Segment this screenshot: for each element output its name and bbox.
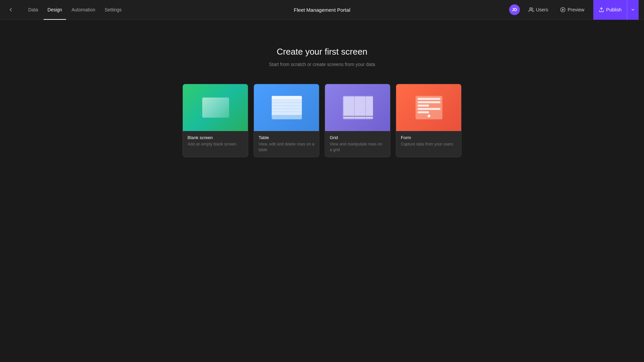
grid-cell [366, 97, 373, 116]
table-thumb-row [272, 106, 302, 109]
card-blank-description: Add an empty blank screen [187, 141, 243, 147]
back-button[interactable] [5, 4, 16, 15]
card-grid[interactable]: Grid View and manipulate rows on a grid [325, 84, 390, 157]
users-button[interactable]: Users [525, 5, 552, 14]
form-line [418, 98, 440, 100]
grid-cell [355, 97, 365, 116]
card-grid-name: Grid [330, 135, 385, 140]
table-thumb-row [272, 103, 302, 106]
users-icon [529, 7, 534, 12]
card-blank-thumbnail [183, 84, 248, 131]
grid-cell [343, 117, 354, 118]
card-form-thumbnail [396, 84, 462, 131]
preview-button[interactable]: Preview [557, 5, 588, 14]
card-grid-description: View and manipulate rows on a grid [330, 141, 385, 153]
grid-cell [366, 118, 373, 119]
table-thumb-row [272, 112, 302, 115]
card-table[interactable]: Table View, edit and delete rows on a ta… [254, 84, 319, 157]
grid-cell [355, 118, 365, 119]
nav-tabs: Data Design Automation Settings [24, 0, 126, 20]
user-avatar[interactable]: JD [509, 4, 520, 15]
page-subtitle: Start from scratch or create screens fro… [269, 62, 375, 67]
tab-design[interactable]: Design [44, 0, 66, 20]
grid-cell [355, 117, 365, 118]
table-thumb-row [272, 100, 302, 103]
card-grid-info: Grid View and manipulate rows on a grid [325, 131, 390, 157]
users-label: Users [536, 7, 548, 12]
form-line [418, 105, 429, 107]
publish-group: Publish [593, 0, 639, 20]
form-line [418, 101, 440, 103]
table-thumb-header [272, 96, 302, 100]
table-thumb-row [272, 109, 302, 112]
card-blank-info: Blank screen Add an empty blank screen [183, 131, 248, 151]
card-table-description: View, edit and delete rows on a table [259, 141, 314, 153]
card-table-name: Table [259, 135, 314, 140]
card-table-info: Table View, edit and delete rows on a ta… [254, 131, 319, 157]
tab-automation[interactable]: Automation [67, 0, 99, 20]
preview-label: Preview [568, 7, 584, 12]
page-title: Create your first screen [277, 47, 367, 57]
grid-cell [343, 117, 354, 117]
header-right: JD Users Preview [509, 0, 639, 20]
grid-cell [355, 117, 365, 117]
grid-cell [366, 117, 373, 118]
preview-icon [560, 7, 566, 12]
app-title: Fleet Management Portal [294, 7, 350, 13]
form-dot [428, 115, 430, 117]
publish-button[interactable]: Publish [593, 0, 627, 20]
card-form-info: Form Capture data from your users [396, 131, 461, 151]
form-line [418, 108, 440, 110]
card-grid-thumbnail [325, 84, 390, 131]
publish-label: Publish [606, 7, 622, 12]
svg-point-0 [530, 8, 531, 9]
tab-data[interactable]: Data [24, 0, 42, 20]
publish-icon [599, 7, 604, 12]
publish-dropdown-button[interactable] [627, 0, 639, 20]
svg-marker-2 [562, 9, 564, 10]
tab-settings[interactable]: Settings [101, 0, 126, 20]
svg-point-1 [561, 7, 565, 12]
screen-type-cards: Blank screen Add an empty blank screen T… [182, 84, 462, 157]
card-form-name: Form [401, 135, 457, 140]
form-thumbnail-graphic [416, 96, 442, 119]
grid-cell [343, 118, 354, 119]
card-blank-name: Blank screen [187, 135, 243, 140]
grid-thumbnail-graphic [343, 96, 373, 119]
card-blank[interactable]: Blank screen Add an empty blank screen [182, 84, 248, 157]
grid-cell [343, 97, 354, 116]
form-line [418, 111, 429, 113]
main-content: Create your first screen Start from scra… [0, 20, 644, 157]
card-table-thumbnail [254, 84, 319, 131]
header-left: Data Design Automation Settings [5, 0, 126, 20]
blank-thumbnail-graphic [202, 98, 229, 118]
card-form[interactable]: Form Capture data from your users [396, 84, 462, 157]
chevron-down-icon [631, 7, 635, 12]
header: Data Design Automation Settings Fleet Ma… [0, 0, 644, 20]
table-thumbnail-graphic [272, 96, 302, 119]
card-form-description: Capture data from your users [401, 141, 457, 147]
grid-cell [366, 117, 373, 117]
